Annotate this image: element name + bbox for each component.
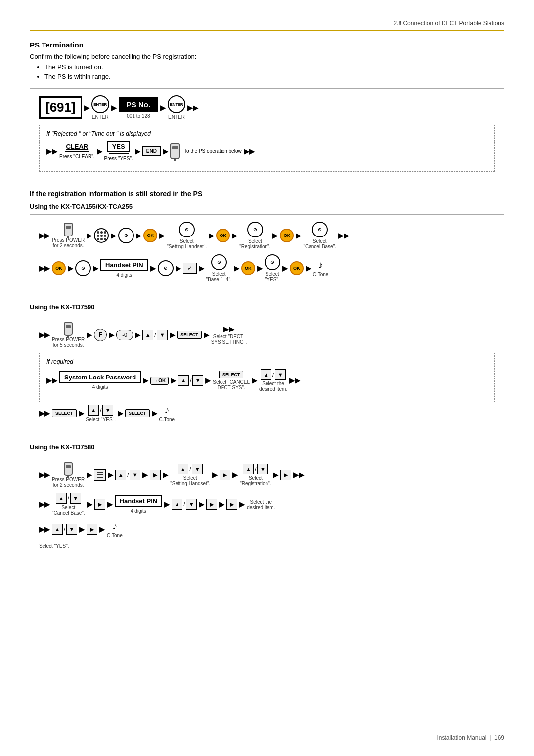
updown-wrap-2: ▲ / ▼ — [178, 375, 203, 386]
dial-btn-7: ⊙ — [211, 254, 227, 270]
dial-btn-6: ⊙ — [158, 260, 174, 276]
footer-page: 169 — [494, 734, 504, 741]
dial-wrap-3: ⊙ Select "Registration". — [239, 222, 270, 249]
grid-btn — [94, 228, 109, 243]
f-btn-wrap: F — [94, 329, 107, 341]
select-btn-1: SELECT — [177, 331, 202, 339]
arrow-2: ▶ — [111, 104, 117, 112]
dial-wrap-2: ⊙ Select "Setting Handset". — [167, 222, 207, 249]
handset-pin-wrap-2: Handset PIN 4 digits — [115, 495, 163, 514]
header-section: 2.8 Connection of DECT Portable Stations — [393, 20, 504, 27]
press-power-1: Press POWER for 2 seconds. — [52, 237, 85, 248]
select-wrap-2: SELECT Select "CANCEL DECT-SYS". — [213, 371, 250, 390]
yes-box: YES — [107, 141, 130, 152]
up-btn-3: ▲ — [261, 369, 271, 380]
footer-text: Installation Manual — [437, 734, 486, 741]
end-wrap: END — [142, 146, 161, 156]
up-btn-10: ▲ — [52, 524, 63, 535]
kx-tca-title: Using the KX-TCA155/KX-TCA255 — [30, 203, 504, 210]
to-ps-label: To the PS operation below — [184, 148, 242, 154]
if-rejected-condition: If "Rejected " or "Time out " is display… — [46, 130, 488, 137]
music-icon-1: ♪ — [318, 259, 323, 271]
kx-tca-diagram: ▶▶ Press POWER for 2 seconds. ▶ — [30, 214, 504, 294]
double-arrow-2: ▶▶ — [46, 147, 57, 155]
dial-btn-1: ⊙ — [118, 228, 134, 243]
updown-wrap-3: ▲ / ▼ Select the desired item. — [259, 369, 287, 392]
handset-pin-box: Handset PIN — [100, 259, 148, 271]
updown-btns-8: ▲ / ▼ — [56, 493, 81, 504]
grid-dots — [95, 230, 108, 242]
down-btn-1: ▼ — [157, 330, 168, 340]
select-btn-4: SELECT — [125, 409, 150, 417]
select-setting-7580: Select "Setting Handset". — [170, 475, 210, 486]
zero-wrap: -0 — [116, 330, 133, 340]
updown-btns-6: ▲ / ▼ — [178, 464, 203, 474]
enter-icon-2-wrap: ENTER ENTER — [168, 95, 185, 120]
dial-wrap-6: ⊙ — [158, 260, 174, 276]
ok-btn-2: OK — [216, 229, 230, 242]
dial-btn-4: ⊙ — [312, 222, 328, 237]
phone-small — [64, 223, 73, 236]
clear-label: CLEAR — [66, 143, 88, 150]
ok-btn-1: OK — [143, 229, 157, 242]
ctone-wrap-3: ♪ C.Tone — [107, 520, 123, 538]
updown-btns-1: ▲ / ▼ — [142, 330, 168, 340]
down-btn-9: ▼ — [186, 499, 197, 510]
dial-wrap-4: ⊙ Select "Cancel Base". — [303, 222, 336, 249]
up-btn-1: ▲ — [142, 330, 153, 340]
digits-4-label-1: 4 digits — [116, 272, 132, 278]
ok-btn-4: OK — [52, 261, 66, 275]
right-btn-4: ▶ — [94, 499, 105, 510]
select-yes: Select "YES". — [265, 271, 280, 282]
bullet-list: The PS is turned on. The PS is within ra… — [44, 63, 504, 80]
dial-btn-3: ⊙ — [247, 222, 263, 237]
dial-wrap-8: ⊙ Select "YES". — [265, 254, 280, 282]
kx-tca-row1: ▶▶ Press POWER for 2 seconds. ▶ — [39, 222, 495, 249]
double-arrow-1: ▶▶ — [187, 104, 198, 112]
updown-wrap-4: ▲ / ▼ Select "YES". — [86, 405, 116, 422]
ctone-label-1: C.Tone — [313, 272, 329, 277]
phone-icon-wrap-3: Press POWER for 2 seconds. — [52, 462, 85, 488]
digits-4-label-3: 4 digits — [131, 508, 146, 514]
up-btn-5: ▲ — [115, 470, 126, 480]
select-dect-wrap: ▶▶ Select "DECT- SYS SETTING". — [211, 325, 247, 345]
if-required-flow: ▶▶ System Lock Password 4 digits ▶ →OK ▶… — [46, 369, 488, 392]
yes-wrap: YES Press "YES". — [104, 141, 133, 161]
ok-wrap-6: OK — [290, 261, 304, 275]
select-btn-3: SELECT — [52, 409, 77, 417]
zero-btn: -0 — [116, 330, 133, 340]
right-btn-2: ▶ — [220, 470, 230, 480]
dial-btn-8: ⊙ — [265, 254, 280, 270]
kx-td7580-row1: ▶▶ Press POWER for 2 seconds. ▶ ▶ — [39, 462, 495, 488]
updown-wrap-10: ▲ / ▼ — [52, 524, 77, 535]
press-yes: Press "YES". — [104, 156, 133, 161]
phone-icon-wrap-1: Press POWER for 2 seconds. — [52, 223, 85, 248]
updown-wrap-8: ▲ / ▼ Select "Cancel Base". — [52, 493, 85, 516]
main-flow-row: [691] ▶ ENTER ENTER ▶ PS No. 001 to 128 … — [39, 95, 495, 120]
enter-label-2: ENTER — [168, 114, 185, 120]
right-btn-6: ▶ — [226, 499, 237, 510]
select-yes-7580: Select "YES". — [39, 543, 495, 549]
updown-btns-5: ▲ / ▼ — [115, 470, 140, 480]
bullet-1: The PS is turned on. — [44, 63, 504, 71]
dial-wrap-5: ⊙ — [75, 260, 91, 276]
if-required-box: If required ▶▶ System Lock Password 4 di… — [39, 353, 495, 402]
header-bar: 2.8 Connection of DECT Portable Stations — [30, 20, 504, 31]
music-icon-3: ♪ — [112, 520, 117, 532]
down-btn-3: ▼ — [275, 369, 286, 380]
kx-tca-row2: ▶▶ OK ▶ ⊙ ▶ Handset PIN 4 digits ▶ ⊙ — [39, 254, 495, 282]
updown-wrap-1: ▲ / ▼ — [142, 330, 168, 340]
kx-td7580-row3: ▶▶ ▲ / ▼ ▶ ▶ ▶ ♪ C.Tone — [39, 520, 495, 538]
select-setting-1: Select "Setting Handset". — [167, 238, 207, 249]
if-rejected-flow: ▶▶ CLEAR Press "CLEAR". ▶ YES Press "YES… — [46, 141, 488, 161]
down-btn-7: ▼ — [257, 464, 268, 474]
sys-lock-wrap: System Lock Password 4 digits — [59, 371, 141, 390]
ok-wrap-1: OK — [143, 229, 157, 242]
select-reg-7580: Select "Registration". — [240, 475, 271, 486]
section2-title: If the registration information is still… — [30, 190, 504, 198]
select-base: Select "Base 1–4". — [206, 271, 232, 282]
select-desired-2: Select the desired item. — [247, 499, 275, 510]
ctone-label-2: C.Tone — [159, 417, 175, 422]
down-btn-4: ▼ — [102, 405, 113, 416]
ctone-wrap-1: ♪ C.Tone — [313, 259, 329, 277]
